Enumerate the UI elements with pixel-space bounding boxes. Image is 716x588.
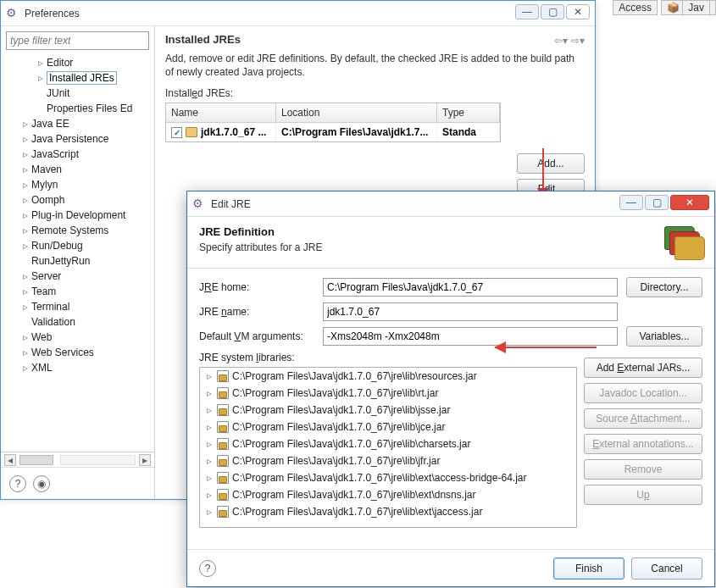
jar-icon (217, 489, 229, 501)
cancel-button[interactable]: Cancel (631, 557, 702, 580)
scroll-thumb[interactable] (19, 455, 53, 465)
remove-button[interactable]: Remove (584, 459, 702, 480)
jre-table-row[interactable]: ✓ jdk1.7.0_67 ... C:\Program Files\Java\… (166, 123, 500, 141)
javadoc-location-button[interactable]: Javadoc Location... (584, 383, 702, 403)
tree-item-validation[interactable]: Validation (3, 314, 154, 330)
tree-item-properties[interactable]: Properties Files Ed (3, 101, 154, 116)
syslib-path: C:\Program Files\Java\jdk1.7.0_67\jre\li… (232, 489, 475, 501)
expand-arrow-icon[interactable]: ▹ (205, 472, 214, 484)
jre-name: jdk1.7.0_67 ... (201, 126, 266, 138)
annotation-arrow-horizontal (495, 347, 597, 348)
expand-arrow-icon[interactable]: ▹ (205, 489, 214, 501)
close-button[interactable]: ✕ (566, 4, 590, 19)
source-attachment-button[interactable]: Source Attachment... (584, 408, 702, 429)
tree-item-mylyn[interactable]: ▹Mylyn (3, 177, 154, 192)
syslib-item[interactable]: ▹C:\Program Files\Java\jdk1.7.0_67\jre\l… (200, 503, 576, 520)
add-button[interactable]: Add... (517, 153, 585, 174)
tree-item-web-services[interactable]: ▹Web Services (3, 345, 154, 360)
syslib-item[interactable]: ▹C:\Program Files\Java\jdk1.7.0_67\jre\l… (200, 486, 576, 503)
syslib-item[interactable]: ▹C:\Program Files\Java\jdk1.7.0_67\jre\l… (200, 419, 576, 435)
preferences-titlebar[interactable]: Preferences — ▢ ✕ (1, 1, 595, 26)
tree-item-web[interactable]: ▹Web (3, 330, 154, 345)
tree-item-remote-systems[interactable]: ▹Remote Systems (3, 223, 154, 238)
tree-item-javascript[interactable]: ▹JavaScript (3, 147, 154, 162)
banner-title: JRE Definition (199, 225, 662, 238)
syslib-path: C:\Program Files\Java\jdk1.7.0_67\jre\li… (232, 387, 438, 399)
add-external-jars-button[interactable]: Add External JARs... (584, 358, 702, 378)
maximize-button[interactable]: ▢ (541, 4, 564, 19)
expand-arrow-icon[interactable]: ▹ (205, 404, 214, 416)
jre-location: C:\Program Files\Java\jdk1.7... (276, 125, 437, 140)
page-nav-arrows[interactable]: ⇦▾ ⇨▾ (554, 35, 585, 47)
tree-horizontal-scrollbar[interactable]: ◂ ▸ (1, 452, 154, 467)
variables-button[interactable]: Variables... (626, 326, 702, 347)
system-libraries-tree[interactable]: ▹C:\Program Files\Java\jdk1.7.0_67\jre\l… (199, 367, 577, 528)
tree-item-junit[interactable]: JUnit (3, 86, 154, 101)
expand-arrow-icon[interactable]: ▹ (205, 438, 214, 450)
up-button[interactable]: Up (584, 485, 702, 505)
scroll-track[interactable] (60, 455, 136, 465)
syslib-item[interactable]: ▹C:\Program Files\Java\jdk1.7.0_67\jre\l… (200, 435, 576, 452)
installed-jres-table[interactable]: Name Location Type ✓ jdk1.7.0_67 ... C:\… (165, 103, 501, 142)
tree-item-oomph[interactable]: ▹Oomph (3, 192, 154, 208)
preferences-tree[interactable]: ▹Editor ▹Installed JREs JUnit Properties… (1, 55, 154, 452)
bg-jav-tab[interactable]: 📦 Jav (661, 0, 716, 15)
jre-checkbox[interactable]: ✓ (171, 127, 182, 138)
syslib-item[interactable]: ▹C:\Program Files\Java\jdk1.7.0_67\jre\l… (200, 368, 576, 385)
tree-item-maven[interactable]: ▹Maven (3, 162, 154, 177)
tree-item-runjettyrun[interactable]: RunJettyRun (3, 253, 154, 269)
syslib-item[interactable]: ▹C:\Program Files\Java\jdk1.7.0_67\jre\l… (200, 452, 576, 469)
finish-button[interactable]: Finish (553, 557, 624, 580)
scroll-left-arrow-icon[interactable]: ◂ (4, 454, 16, 466)
eclipse-gear-icon (192, 197, 206, 211)
external-annotations-button[interactable]: External annotations... (584, 434, 702, 454)
expand-arrow-icon[interactable]: ▹ (205, 506, 214, 518)
scroll-right-arrow-icon[interactable]: ▸ (139, 454, 151, 466)
banner-subtitle: Specify attributes for a JRE (199, 241, 662, 253)
tree-item-server[interactable]: ▹Server (3, 269, 154, 284)
expand-arrow-icon[interactable]: ▹ (205, 455, 214, 467)
minimize-button[interactable]: — (515, 4, 539, 19)
maximize-button[interactable]: ▢ (645, 195, 669, 210)
syslib-path: C:\Program Files\Java\jdk1.7.0_67\jre\li… (232, 438, 470, 450)
jre-home-input[interactable] (323, 278, 618, 297)
jre-name-input[interactable] (323, 302, 618, 321)
directory-button[interactable]: Directory... (626, 277, 702, 297)
help-icon[interactable]: ? (199, 560, 216, 577)
tree-item-team[interactable]: ▹Team (3, 284, 154, 299)
expand-arrow-icon[interactable]: ▹ (205, 421, 214, 433)
syslib-path: C:\Program Files\Java\jdk1.7.0_67\jre\li… (232, 421, 445, 433)
expand-arrow-icon[interactable]: ▹ (205, 370, 214, 382)
syslib-path: C:\Program Files\Java\jdk1.7.0_67\jre\li… (232, 455, 440, 467)
vm-args-input[interactable] (323, 327, 618, 346)
tree-item-xml[interactable]: ▹XML (3, 360, 154, 375)
syslib-item[interactable]: ▹C:\Program Files\Java\jdk1.7.0_67\jre\l… (200, 402, 576, 419)
col-location[interactable]: Location (276, 103, 437, 122)
jre-type: Standa (437, 125, 500, 140)
edit-jre-titlebar[interactable]: Edit JRE — ▢ ✕ (187, 191, 714, 217)
tree-item-java-ee[interactable]: ▹Java EE (3, 116, 154, 131)
close-button[interactable]: ✕ (670, 195, 709, 210)
col-type[interactable]: Type (437, 103, 500, 122)
tree-item-editor[interactable]: ▹Editor (3, 55, 154, 70)
col-name[interactable]: Name (166, 103, 276, 122)
tree-item-java-persistence[interactable]: ▹Java Persistence (3, 131, 154, 147)
help-icon[interactable]: ? (9, 475, 26, 492)
jar-icon (217, 438, 229, 450)
tree-filter-input[interactable]: type filter text (6, 31, 149, 50)
tree-item-installed-jres[interactable]: ▹Installed JREs (3, 70, 154, 86)
tree-item-run-debug[interactable]: ▹Run/Debug (3, 238, 154, 253)
bg-access[interactable]: Access (613, 0, 658, 15)
back-arrow-icon[interactable]: ⇦▾ (554, 35, 568, 47)
tree-item-plugin-dev[interactable]: ▹Plug-in Development (3, 208, 154, 223)
record-icon[interactable]: ◉ (33, 475, 50, 492)
page-title: Installed JREs (165, 33, 585, 46)
syslib-item[interactable]: ▹C:\Program Files\Java\jdk1.7.0_67\jre\l… (200, 385, 576, 402)
minimize-button[interactable]: — (619, 195, 643, 210)
expand-arrow-icon[interactable]: ▹ (205, 387, 214, 399)
jre-icon (186, 127, 197, 137)
tree-item-terminal[interactable]: ▹Terminal (3, 299, 154, 314)
forward-arrow-icon[interactable]: ⇨▾ (571, 35, 585, 47)
syslib-item[interactable]: ▹C:\Program Files\Java\jdk1.7.0_67\jre\l… (200, 469, 576, 486)
jar-icon (217, 472, 229, 484)
